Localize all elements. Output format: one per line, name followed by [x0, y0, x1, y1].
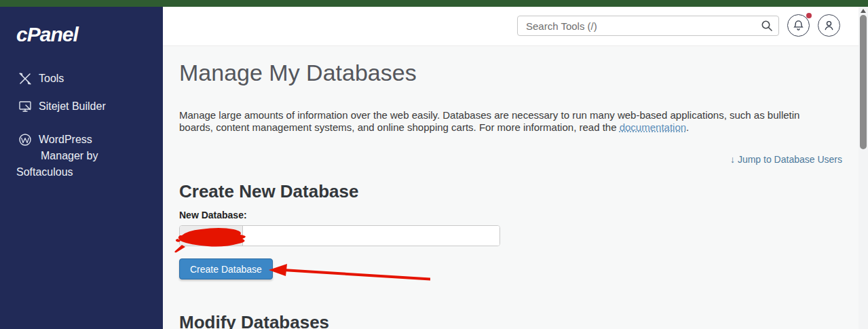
jump-to-database-users-link[interactable]: ↓ Jump to Database Users: [730, 154, 842, 165]
header-bar: [163, 7, 858, 46]
sidebar-item-label: Tools: [39, 73, 64, 85]
wordpress-icon: [18, 133, 32, 147]
sidebar-item-label: Manager by: [41, 150, 98, 162]
tools-icon: [18, 72, 32, 85]
search-input[interactable]: [517, 16, 779, 36]
user-icon: [823, 19, 835, 32]
description-text: Manage large amounts of information over…: [179, 109, 799, 133]
vertical-scrollbar[interactable]: [858, 7, 868, 329]
search-wrap: [517, 16, 779, 36]
notifications-button[interactable]: [787, 14, 810, 37]
new-database-label: New Database:: [179, 210, 247, 220]
page-title: Manage My Databases: [179, 60, 417, 86]
search-icon[interactable]: [761, 20, 773, 32]
page-description: Manage large amounts of information over…: [179, 109, 825, 134]
new-database-input[interactable]: [243, 226, 499, 246]
top-accent-bar: [0, 0, 868, 7]
cpanel-logo[interactable]: cPanel: [16, 23, 78, 46]
scroll-up-arrow[interactable]: [861, 9, 866, 13]
main-content: Manage My Databases Manage large amounts…: [163, 46, 858, 329]
create-database-button[interactable]: Create Database: [179, 258, 273, 279]
modify-databases-heading: Modify Databases: [179, 312, 329, 329]
database-prefix-addon: [180, 226, 243, 246]
bell-icon: [792, 19, 805, 32]
sitejet-builder-icon: [18, 100, 32, 113]
sidebar-item-label: WordPress: [39, 134, 92, 146]
down-arrow-icon: ↓: [730, 154, 735, 165]
documentation-link[interactable]: documentation: [620, 121, 686, 133]
description-period: .: [686, 121, 689, 133]
sidebar: cPanel Tools Sitejet Builder WordPr: [0, 7, 163, 329]
user-account-button[interactable]: [818, 14, 840, 37]
notification-dot: [806, 13, 812, 18]
sidebar-item-label: Sitejet Builder: [39, 100, 106, 113]
create-database-heading: Create New Database: [179, 181, 358, 202]
new-database-input-group: [179, 225, 500, 246]
scrollbar-thumb[interactable]: [860, 15, 867, 149]
jump-link-label: Jump to Database Users: [735, 154, 842, 165]
sidebar-item-label: Softaculous: [16, 166, 73, 178]
